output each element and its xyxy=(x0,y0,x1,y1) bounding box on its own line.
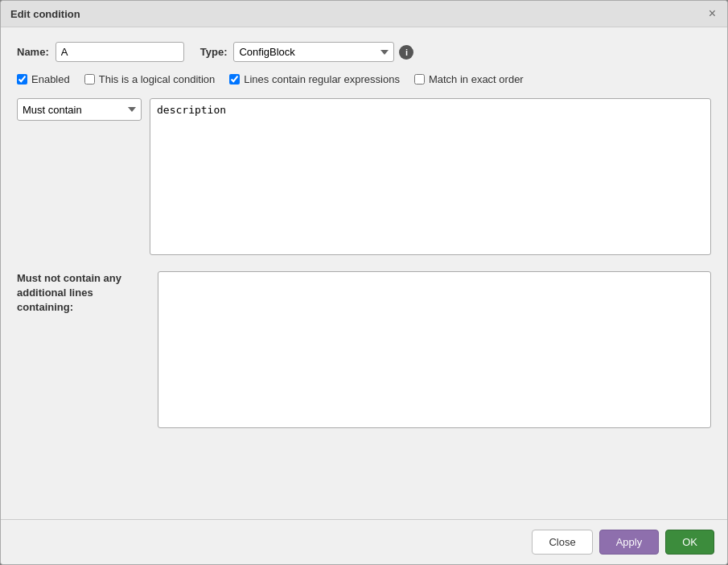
must-not-contain-row: Must not contain any additional lines co… xyxy=(17,271,711,428)
enabled-checkbox[interactable] xyxy=(17,74,27,85)
must-not-label-line1: Must not contain any xyxy=(17,272,121,284)
type-label: Type: xyxy=(200,46,228,58)
regex-label: Lines contain regular expressions xyxy=(244,73,400,85)
edit-condition-dialog: Edit condition × Name: Type: ConfigBlock… xyxy=(0,0,728,565)
type-select-wrapper: ConfigBlock i xyxy=(233,42,413,62)
type-select[interactable]: ConfigBlock xyxy=(233,42,394,62)
info-icon[interactable]: i xyxy=(399,45,413,60)
regex-checkbox[interactable] xyxy=(229,74,240,85)
must-contain-row: Must contain Must not contain descriptio… xyxy=(17,98,711,255)
enabled-label: Enabled xyxy=(31,73,70,85)
logical-condition-checkbox-item[interactable]: This is a logical condition xyxy=(84,73,216,85)
logical-condition-label: This is a logical condition xyxy=(99,73,216,85)
checkboxes-row: Enabled This is a logical condition Line… xyxy=(17,73,711,85)
must-not-label: Must not contain any additional lines co… xyxy=(17,271,150,315)
name-label: Name: xyxy=(17,46,49,58)
name-type-row: Name: Type: ConfigBlock i xyxy=(17,42,711,62)
apply-button[interactable]: Apply xyxy=(599,530,660,555)
dialog-body: Name: Type: ConfigBlock i Enabled xyxy=(1,27,727,519)
dialog-header: Edit condition × xyxy=(1,1,727,27)
exact-order-checkbox[interactable] xyxy=(414,74,425,85)
ok-button[interactable]: OK xyxy=(665,530,714,555)
name-input[interactable] xyxy=(56,42,184,62)
enabled-checkbox-item[interactable]: Enabled xyxy=(17,73,70,85)
must-not-label-line2: additional lines containing: xyxy=(17,287,93,313)
close-x-button[interactable]: × xyxy=(707,7,718,20)
must-not-contain-textarea[interactable] xyxy=(158,271,711,428)
close-button[interactable]: Close xyxy=(532,530,592,555)
dialog-title: Edit condition xyxy=(10,8,80,20)
must-contain-select[interactable]: Must contain Must not contain xyxy=(17,98,142,121)
must-contain-textarea[interactable]: description xyxy=(150,98,711,255)
dialog-footer: Close Apply OK xyxy=(1,519,727,564)
name-field-group: Name: xyxy=(17,42,184,62)
exact-order-label: Match in exact order xyxy=(429,73,524,85)
must-not-contain-section: Must not contain any additional lines co… xyxy=(17,271,711,428)
exact-order-checkbox-item[interactable]: Match in exact order xyxy=(414,73,524,85)
must-not-label-area: Must not contain any additional lines co… xyxy=(17,271,150,322)
type-field-group: Type: ConfigBlock i xyxy=(200,42,414,62)
logical-condition-checkbox[interactable] xyxy=(84,74,95,85)
regex-checkbox-item[interactable]: Lines contain regular expressions xyxy=(229,73,400,85)
